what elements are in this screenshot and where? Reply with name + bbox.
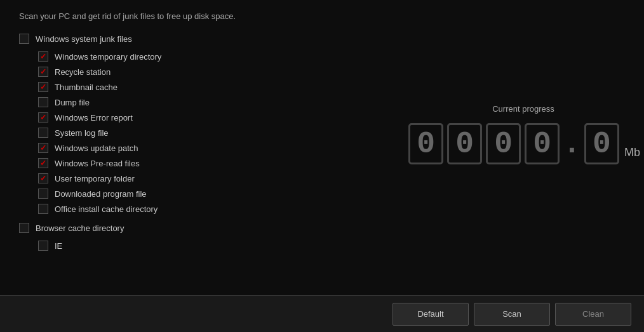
right-panel: Current progress 0 0 0 0 . 0 Mb — [403, 0, 644, 294]
checkbox-win-update[interactable] — [38, 143, 48, 153]
digit-4: 0 — [525, 123, 560, 164]
label-user-temp: User temporary folder — [55, 174, 135, 183]
checkbox-syslog[interactable] — [38, 128, 48, 138]
item-user-temp[interactable]: User temporary folder — [19, 171, 381, 186]
checkbox-ie[interactable] — [38, 241, 48, 251]
checkbox-office-cache[interactable] — [38, 204, 48, 214]
item-syslog[interactable]: System log file — [19, 125, 381, 140]
section-browser-cache: Browser cache directoryIE — [19, 223, 381, 253]
section-header-windows-system[interactable]: Windows system junk files — [19, 34, 381, 44]
label-ie: IE — [55, 241, 62, 251]
item-win-temp[interactable]: Windows temporary directory — [19, 49, 381, 64]
item-thumbnail[interactable]: Thumbnail cache — [19, 79, 381, 95]
section-checkbox-windows-system[interactable] — [19, 34, 29, 44]
checkbox-win-error[interactable] — [38, 112, 48, 123]
item-downloaded[interactable]: Downloaded program file — [19, 186, 381, 201]
progress-display: 0 0 0 0 . 0 Mb — [406, 123, 640, 164]
left-panel: Scan your PC and get rid of junk files t… — [0, 0, 394, 294]
label-preread: Windows Pre-read files — [55, 159, 140, 168]
label-win-temp: Windows temporary directory — [55, 52, 161, 62]
item-preread[interactable]: Windows Pre-read files — [19, 156, 381, 171]
label-office-cache: Office install cache directory — [55, 204, 158, 214]
checkbox-downloaded[interactable] — [38, 189, 48, 199]
checkbox-recycle[interactable] — [38, 67, 48, 77]
scan-button[interactable]: Scan — [474, 303, 550, 326]
label-syslog: System log file — [55, 128, 109, 138]
label-dump: Dump file — [55, 98, 90, 107]
item-office-cache[interactable]: Office install cache directory — [19, 201, 381, 216]
item-win-error[interactable]: Windows Error report — [19, 110, 381, 125]
section-header-browser-cache[interactable]: Browser cache directory — [19, 223, 381, 233]
checkbox-preread[interactable] — [38, 158, 48, 168]
checkbox-user-temp[interactable] — [38, 173, 48, 183]
checkbox-dump[interactable] — [38, 97, 48, 107]
label-win-error: Windows Error report — [55, 113, 133, 123]
description-text: Scan your PC and get rid of junk files t… — [19, 11, 381, 21]
decimal-dot: . — [563, 127, 581, 161]
default-button[interactable]: Default — [392, 303, 469, 326]
section-label-browser-cache: Browser cache directory — [36, 223, 124, 233]
item-recycle[interactable]: Recycle station — [19, 64, 381, 79]
checkbox-win-temp[interactable] — [38, 51, 48, 62]
unit-label: Mb — [624, 146, 640, 159]
label-downloaded: Downloaded program file — [55, 189, 147, 199]
clean-button[interactable]: Clean — [555, 303, 631, 326]
bottom-toolbar: Default Scan Clean — [0, 295, 644, 332]
checkbox-thumbnail[interactable] — [38, 82, 48, 92]
item-ie[interactable]: IE — [19, 238, 381, 253]
item-win-update[interactable]: Windows update patch — [19, 140, 381, 156]
label-thumbnail: Thumbnail cache — [55, 83, 117, 92]
digit-1: 0 — [408, 123, 443, 164]
digit-3: 0 — [486, 123, 521, 164]
section-windows-system: Windows system junk filesWindows tempora… — [19, 34, 381, 216]
progress-label: Current progress — [492, 104, 554, 114]
digit-decimal: 0 — [584, 123, 619, 164]
digit-2: 0 — [447, 123, 482, 164]
section-label-windows-system: Windows system junk files — [36, 34, 132, 44]
section-checkbox-browser-cache[interactable] — [19, 223, 29, 233]
label-recycle: Recycle station — [55, 67, 111, 77]
item-dump[interactable]: Dump file — [19, 95, 381, 110]
label-win-update: Windows update patch — [55, 143, 138, 153]
